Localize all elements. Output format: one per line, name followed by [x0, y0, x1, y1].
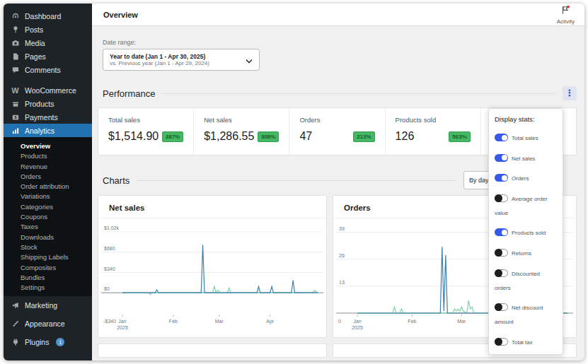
svg-text:$1.02k: $1.02k — [104, 225, 120, 230]
stat-change-badge: 213% — [353, 131, 374, 142]
svg-text:-$340: -$340 — [103, 319, 116, 324]
sidebar-subitem-orders[interactable]: Orders — [4, 171, 92, 181]
display-stat-option-discounted-orders[interactable]: Discounted orders — [495, 265, 557, 293]
sidebar-subitem-products[interactable]: Products — [4, 151, 92, 160]
sidebar-subitem-composites[interactable]: Composites — [4, 262, 92, 272]
toggle-on-icon[interactable] — [495, 228, 508, 236]
activity-label: Activity — [557, 18, 575, 25]
display-stat-option-total-sales[interactable]: Total sales — [495, 129, 557, 143]
sidebar-item-woocommerce[interactable]: W WooCommerce — [4, 83, 92, 97]
sidebar-item-dashboard[interactable]: Dashboard — [4, 9, 92, 23]
sidebar-subitem-overview[interactable]: Overview — [4, 141, 92, 151]
sidebar-item-marketing[interactable]: Marketing — [4, 296, 92, 315]
sidebar-item-label: Posts — [25, 25, 43, 34]
display-stat-option-products-sold[interactable]: Products sold — [495, 224, 557, 238]
svg-text:Jan: Jan — [118, 319, 126, 324]
display-stat-label: Products sold — [512, 230, 546, 236]
toggle-on-icon[interactable] — [495, 134, 508, 141]
sidebar-item-label: WooCommerce — [25, 86, 76, 95]
sidebar-subitem-downloads[interactable]: Downloads — [4, 232, 92, 242]
sidebar-item-pages[interactable]: Pages — [4, 49, 92, 63]
stat-label: Products sold — [396, 116, 471, 124]
display-stat-option-orders[interactable]: Orders — [495, 170, 557, 184]
stat-label: Net sales — [204, 116, 279, 124]
activity-button[interactable]: Activity — [557, 5, 575, 25]
stat-change-badge: 387% — [162, 131, 183, 142]
stat-value: 47 — [299, 130, 312, 143]
stat-card-products-sold[interactable]: Products sold126563% — [385, 108, 480, 155]
date-range-dropdown[interactable]: Year to date (Jan 1 - Apr 30, 2025) vs. … — [103, 49, 260, 71]
bar-chart-icon — [11, 126, 20, 135]
sidebar-item-payments[interactable]: $ Payments — [4, 110, 92, 124]
toggle-off-icon[interactable] — [495, 338, 508, 346]
sidebar-subitem-categories[interactable]: Categories — [4, 201, 92, 211]
sidebar-item-media[interactable]: Media — [4, 36, 92, 49]
payments-icon: $ — [11, 112, 20, 122]
display-stats-options: Total salesNet salesOrdersAverage order … — [495, 129, 557, 355]
section-divider — [137, 180, 456, 181]
sidebar-subitem-shipping-labels[interactable]: Shipping Labels — [4, 252, 92, 262]
svg-text:Feb: Feb — [408, 319, 416, 324]
display-stat-label: Total sales — [512, 135, 538, 141]
charts-title: Charts — [103, 175, 129, 186]
display-stat-option-returns[interactable]: Returns — [495, 245, 557, 259]
date-range-secondary: vs. Previous year (Jan 1 - Apr 29, 2024) — [110, 60, 246, 66]
sidebar-subitem-order-attribution[interactable]: Order attribution — [4, 181, 92, 191]
sidebar-item-label: Pages — [25, 52, 46, 61]
sidebar-item-label: Plugins — [25, 338, 49, 346]
comment-icon — [11, 65, 20, 74]
date-range-primary: Year to date (Jan 1 - Apr 30, 2025) — [110, 53, 246, 60]
display-stat-option-average-order-value[interactable]: Average order value — [495, 190, 557, 218]
sidebar-subitem-taxes[interactable]: Taxes — [4, 221, 92, 231]
sidebar-item-analytics[interactable]: Analytics — [4, 124, 92, 137]
performance-header: Performance ⋮ — [103, 86, 577, 100]
toggle-on-icon[interactable] — [495, 154, 508, 162]
dashboard-icon — [11, 11, 20, 20]
display-stat-option-total-tax[interactable]: Total tax — [495, 334, 557, 348]
interval-value: By day — [469, 177, 489, 184]
sidebar-subitem-bundles[interactable]: Bundles — [4, 272, 92, 282]
svg-text:39: 39 — [339, 226, 345, 231]
sidebar-item-products[interactable]: Products — [4, 97, 92, 110]
wp-admin-app: Dashboard Posts Media Pages Comments W W… — [4, 4, 584, 360]
sidebar-subitem-variations[interactable]: Variations — [4, 191, 92, 201]
display-stat-option-net-sales[interactable]: Net sales — [495, 150, 557, 164]
box-icon — [11, 99, 20, 108]
section-divider — [162, 93, 555, 94]
toggle-off-icon[interactable] — [495, 194, 508, 202]
woocommerce-icon: W — [11, 86, 20, 95]
display-stat-option-order-tax[interactable]: Order tax — [495, 353, 557, 355]
sidebar-item-label: Products — [25, 100, 54, 108]
sidebar-item-appearance[interactable]: Appearance — [4, 315, 92, 333]
stat-label: Orders — [299, 116, 374, 124]
display-stat-label: Total tax — [512, 339, 533, 346]
chart-card-stub — [98, 344, 327, 358]
display-stat-label: Orders — [512, 175, 529, 182]
toggle-off-icon[interactable] — [495, 303, 508, 311]
stat-card-net-sales[interactable]: Net sales$1,286.55308% — [193, 108, 289, 155]
ellipsis-menu-button[interactable]: ⋮ — [563, 86, 577, 100]
sidebar-subitem-revenue[interactable]: Revenue — [4, 161, 92, 171]
sidebar-subitem-stock[interactable]: Stock — [4, 242, 92, 252]
sidebar-item-label: Payments — [25, 113, 58, 122]
toggle-on-icon[interactable] — [495, 174, 508, 182]
brush-icon — [11, 319, 20, 329]
sidebar-subitem-coupons[interactable]: Coupons — [4, 211, 92, 221]
toggle-off-icon[interactable] — [495, 249, 508, 257]
svg-text:26: 26 — [339, 253, 345, 258]
sidebar-item-comments[interactable]: Comments — [4, 63, 92, 76]
sidebar-item-posts[interactable]: Posts — [4, 23, 92, 36]
date-range-label: Date range: — [103, 39, 577, 46]
sidebar-subitem-settings[interactable]: Settings — [4, 282, 92, 292]
stat-label: Total sales — [108, 116, 183, 124]
pin-icon — [11, 25, 20, 34]
camera-icon — [11, 38, 20, 47]
toggle-off-icon[interactable] — [495, 269, 508, 277]
activity-flag-icon — [560, 5, 570, 18]
stat-card-total-sales[interactable]: Total sales$1,514.90387% — [98, 108, 193, 155]
sidebar-item-label: Dashboard — [25, 12, 61, 20]
sidebar-item-plugins[interactable]: Plugins 1 — [4, 333, 92, 351]
stat-card-orders[interactable]: Orders47213% — [289, 108, 384, 155]
megaphone-icon — [11, 301, 20, 310]
display-stat-option-net-discount-amount[interactable]: Net discount amount — [495, 299, 557, 327]
